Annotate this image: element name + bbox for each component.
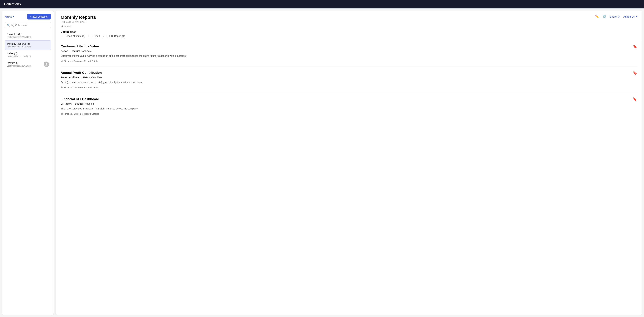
collection-title-row: Monthly Reports Last modified: 12/16/202… [61,15,637,23]
search-icon: 🔍 [7,24,10,27]
item-card-apc: Annual Profit Contribution Report Attrib… [61,67,637,93]
edit-icon[interactable]: ✏️ [595,15,599,19]
item-type: Report Attribute [61,76,79,79]
filter-label: Report (1) [93,35,104,38]
item-meta: BI Report | Status: Accepted [61,102,637,105]
collection-item-date: Last modified: 12/16/2024 [7,46,48,48]
breadcrumb-text: Finance / Customer Report Catalog [64,113,99,115]
domain-icon: 🏛 [61,86,63,89]
bookmark-icon[interactable]: 🔖 [633,71,637,75]
item-meta: Report | Status: Candidate [61,50,637,52]
composition-section: Composition Report Attribute (1) Report … [61,30,637,38]
item-status-label: Status: [82,76,90,79]
collection-item-name: Favorites (2) [7,33,49,36]
collection-item-review[interactable]: Review (2) Last modified: 12/16/2024 [5,60,51,69]
search-bar[interactable]: 🔍 [5,22,51,28]
composition-label: Composition [61,30,637,33]
added-on-button[interactable]: Added On ▾ [623,15,637,18]
collection-modified: Last modified: 12/16/2024 [61,21,96,23]
app-title: Collections [4,3,21,6]
share-label: Share [610,15,616,18]
chevron-down-icon: ▾ [13,16,14,18]
filter-item[interactable]: BI Report (1) [107,35,125,38]
filter-item[interactable]: Report (1) [88,35,104,38]
collection-info: Monthly Reports Last modified: 12/16/202… [61,15,96,23]
top-bar: Collections [0,0,644,9]
item-divider: | [80,76,81,79]
collection-item-monthly-reports[interactable]: Monthly Reports (3) Last modified: 12/16… [5,40,51,50]
item-status-value: Accepted [84,102,94,105]
item-type: Report [61,50,68,52]
item-description: Profit (customer revenues fewer costs) g… [61,81,637,84]
chevron-down-icon: ▾ [636,15,637,18]
sidebar: Name ▾ + New Collection 🔍 Favorites (2) … [2,11,54,315]
collection-list: Favorites (2) Last modified: 12/16/2024 … [5,31,51,69]
collection-category: Financial [61,25,637,28]
collection-item-date: Last modified: 12/16/2024 [7,55,49,58]
item-breadcrumb: 🏛 Finance / Customer Report Catalog [61,60,637,62]
domain-icon: 🏛 [61,113,63,115]
item-breadcrumb: 🏛 Finance / Customer Report Catalog [61,113,637,115]
share-button[interactable]: Share ⬡ [610,15,620,18]
breadcrumb-text: Finance / Customer Report Catalog [64,86,99,89]
name-dropdown[interactable]: Name ▾ [5,15,14,18]
collection-item-sales[interactable]: Sales (0) Last modified: 12/16/2024 [5,50,51,59]
item-title: Annual Profit Contribution [61,71,637,75]
items-list: Customer Lifetime Value Report | Status:… [56,40,642,315]
composition-filters: Report Attribute (1) Report (1) BI Repor… [61,35,637,38]
filter-label: Report Attribute (1) [65,35,85,38]
collection-item-name: Monthly Reports (3) [7,42,48,45]
item-description: This report provides insights on financi… [61,107,637,111]
item-title: Customer Lifetime Value [61,45,637,48]
svg-point-0 [46,63,47,64]
name-label: Name [5,15,12,18]
header-actions: ✏️ 🗑️ Share ⬡ Added On ▾ [595,15,637,19]
item-card-fkd: Financial KPI Dashboard BI Report | Stat… [61,93,637,119]
filter-checkbox[interactable] [88,35,91,38]
sidebar-header: Name ▾ + New Collection [5,14,51,20]
breadcrumb-text: Finance / Customer Report Catalog [64,60,99,62]
collection-item-favorites[interactable]: Favorites (2) Last modified: 12/16/2024 [5,31,51,40]
item-status-value: Candidate [91,76,102,79]
item-type: BI Report [61,102,72,105]
collection-header: Monthly Reports Last modified: 12/16/202… [56,11,642,40]
collection-item-date: Last modified: 12/16/2024 [7,36,49,38]
new-collection-button[interactable]: + New Collection [27,14,51,20]
share-icon: ⬡ [618,15,620,18]
item-card-clv: Customer Lifetime Value Report | Status:… [61,40,637,67]
item-breadcrumb: 🏛 Finance / Customer Report Catalog [61,86,637,89]
delete-icon[interactable]: 🗑️ [602,15,606,19]
collection-item-name: Sales (0) [7,52,49,55]
added-on-label: Added On [623,15,635,18]
filter-checkbox[interactable] [107,35,110,38]
item-divider: | [73,102,74,105]
item-description: Customer lifetime value (CLV) is a predi… [61,54,637,58]
filter-checkbox[interactable] [61,35,64,38]
domain-icon: 🏛 [61,60,63,62]
item-title: Financial KPI Dashboard [61,97,637,101]
filter-label: BI Report (1) [111,35,125,38]
item-status-label: Status: [75,102,83,105]
item-status-value: Candidate [81,50,92,52]
main-layout: Name ▾ + New Collection 🔍 Favorites (2) … [0,9,644,317]
item-meta: Report Attribute | Status: Candidate [61,76,637,79]
bookmark-icon[interactable]: 🔖 [633,97,637,101]
item-status-label: Status: [72,50,80,52]
collection-item-date: Last modified: 12/16/2024 [7,65,49,67]
main-content: Monthly Reports Last modified: 12/16/202… [56,11,642,315]
search-input[interactable] [11,24,48,27]
filter-item[interactable]: Report Attribute (1) [61,35,85,38]
bookmark-icon[interactable]: 🔖 [633,45,637,49]
avatar [44,62,49,67]
collection-title: Monthly Reports [61,15,96,20]
collection-item-name: Review (2) [7,61,49,64]
item-divider: | [70,50,70,52]
